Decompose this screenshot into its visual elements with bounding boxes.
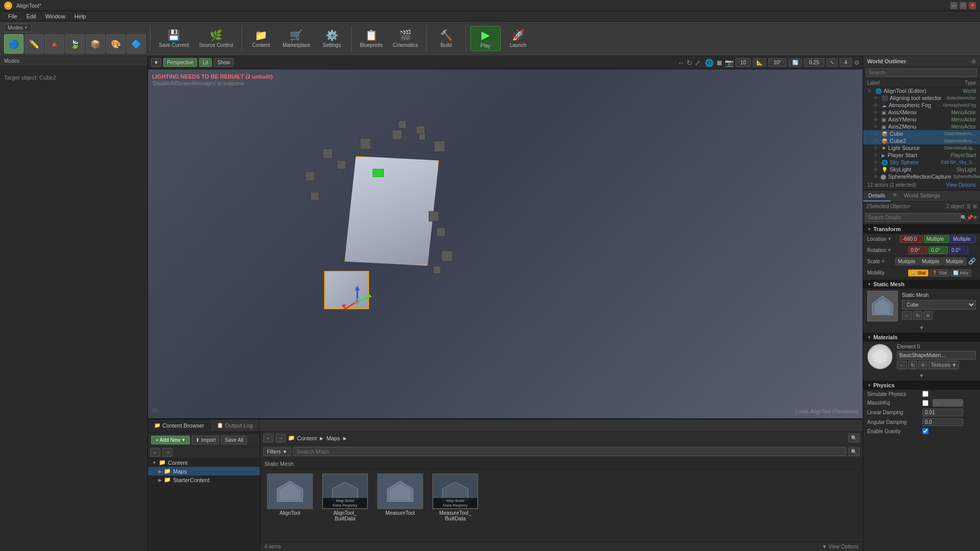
scale-lock-icon[interactable]: 🔗: [968, 258, 976, 265]
mode-paint-button[interactable]: ✏️: [24, 34, 44, 54]
perspective-button[interactable]: Perspective: [163, 58, 197, 67]
content-button[interactable]: 📁 Content: [246, 27, 277, 50]
mode-extra-button[interactable]: 🔷: [127, 34, 146, 54]
location-x-input[interactable]: [900, 235, 923, 243]
scale-snap-button[interactable]: ⤡: [826, 58, 838, 67]
blueprints-button[interactable]: 📋 Blueprints: [356, 27, 386, 50]
mob-static-button[interactable]: 🔒 Stat: [908, 269, 928, 277]
marketplace-button[interactable]: 🛒 Marketplace: [279, 27, 314, 50]
cinematics-button[interactable]: 🎬 Cinematics: [389, 27, 422, 50]
angle-snap-button[interactable]: 🔄: [789, 58, 802, 67]
outliner-cube2[interactable]: 👁 📦 Cube2 StaticMeshAc...: [863, 137, 980, 144]
breadcrumb-maps[interactable]: Maps: [326, 435, 340, 441]
static-mesh-header[interactable]: Static Mesh: [863, 280, 980, 289]
location-z-input[interactable]: [950, 235, 976, 243]
cb-forward-button[interactable]: →: [276, 434, 286, 442]
asset-measuretool-builtdata[interactable]: Map BuildData Registry MeasureTool_Built…: [430, 473, 481, 538]
details-pin-icon[interactable]: 📌: [967, 215, 973, 220]
mesh-clear-button[interactable]: ✕: [923, 311, 933, 320]
vp-settings-icon[interactable]: ⚙: [854, 59, 860, 66]
scale-icon[interactable]: ⤢: [695, 59, 701, 67]
mob-stationary-button[interactable]: 📍 Stat: [929, 269, 950, 277]
mode-geometry-button[interactable]: 📦: [86, 34, 105, 54]
mass-override-checkbox[interactable]: [922, 400, 928, 406]
save-current-button[interactable]: 💾 Save Current: [155, 27, 193, 50]
search-maps-input[interactable]: [293, 447, 846, 456]
source-control-button[interactable]: 🌿 Source Control: [195, 27, 237, 50]
nav-back-button[interactable]: ←: [150, 448, 160, 457]
cb-save-search-button[interactable]: 🔍: [848, 434, 860, 442]
mob-movable-button[interactable]: 🔄 Mov: [950, 269, 971, 277]
outliner-cube[interactable]: 👁 📦 Cube StaticMeshAc...: [863, 130, 980, 137]
import-button[interactable]: ⬆ Import: [192, 436, 219, 444]
grid-snap-button[interactable]: 📐: [753, 58, 766, 67]
layers-input[interactable]: [840, 58, 852, 67]
outliner-aligning-selector[interactable]: 👁 ⬛ Aligning tool selector SelectionActo…: [863, 94, 980, 102]
physics-header[interactable]: Physics: [863, 381, 980, 390]
location-y-input[interactable]: [924, 235, 949, 243]
tab-output-log[interactable]: 📋 Output Log: [211, 419, 259, 432]
menu-window[interactable]: Window: [41, 12, 69, 20]
details-list-icon[interactable]: ☰: [966, 204, 971, 209]
scale-z-input[interactable]: [943, 258, 966, 265]
details-grid-icon[interactable]: ⊞: [973, 204, 977, 209]
camera-icon[interactable]: 📷: [725, 59, 733, 67]
launch-button[interactable]: 🚀 Launch: [503, 27, 533, 50]
material-clear-button[interactable]: ✕: [918, 361, 927, 369]
angular-input[interactable]: [922, 418, 963, 426]
folder-content[interactable]: ▼ 📁 Content: [148, 458, 260, 467]
add-new-button[interactable]: + Add New ▼: [151, 436, 190, 444]
view-options[interactable]: ▼ View Options: [822, 544, 859, 549]
textures-button[interactable]: Textures ▼: [928, 361, 959, 369]
outliner-editor[interactable]: 👁 🌐 AlignTool (Editor) World: [863, 87, 980, 94]
search-button[interactable]: 🔍: [848, 447, 860, 456]
tab-world-settings[interactable]: World Settings: [899, 190, 945, 202]
outliner-search-input[interactable]: [866, 68, 977, 77]
folder-starter-content[interactable]: ▶ 📁 StarterContent: [148, 475, 260, 484]
save-all-button[interactable]: Save All: [221, 436, 247, 444]
rotation-x-input[interactable]: [908, 246, 927, 254]
outliner-axis-y[interactable]: 👁 ▣ AxisYMenu MenuActor: [863, 116, 980, 123]
outliner-sphere-reflection[interactable]: 👁 ⬤ SphereReflectionCapture SphereReflec…: [863, 173, 980, 180]
mode-select-button[interactable]: 🔵: [4, 34, 23, 54]
breadcrumb-content[interactable]: Content: [297, 435, 317, 441]
transform-header[interactable]: Transform: [863, 224, 980, 234]
mass-input[interactable]: [933, 399, 963, 407]
folder-maps[interactable]: ▶ 📁 Maps: [148, 467, 260, 475]
surface-icon[interactable]: ⏹: [716, 59, 723, 67]
filters-button[interactable]: Filters ▼: [263, 447, 291, 456]
mode-foliage-button[interactable]: 🍃: [65, 34, 85, 54]
settings-button[interactable]: ⚙️ Settings: [316, 27, 347, 50]
cb-back-button[interactable]: ←: [263, 434, 274, 442]
menu-file[interactable]: File: [4, 12, 21, 20]
outliner-settings-icon[interactable]: ⚙: [971, 59, 976, 64]
grid-size-input[interactable]: [736, 58, 751, 67]
linear-input[interactable]: [922, 409, 963, 416]
tab-details[interactable]: Details: [863, 190, 891, 202]
win-maximize-button[interactable]: □: [960, 2, 967, 9]
menu-help[interactable]: Help: [70, 12, 90, 20]
world-local-icon[interactable]: 🌐: [705, 59, 714, 67]
scale-input[interactable]: [804, 58, 824, 67]
details-search-input[interactable]: [865, 213, 961, 222]
simulate-checkbox[interactable]: [922, 391, 928, 397]
details-search-icon[interactable]: 🔍: [961, 215, 967, 220]
mode-paint2-button[interactable]: 🎨: [106, 34, 126, 54]
show-button[interactable]: Show: [214, 58, 234, 67]
asset-measuretool[interactable]: MeasureTool: [375, 473, 426, 538]
viewport-canvas[interactable]: LIGHTING NEEDS TO BE REBUILT (2 unbuilt)…: [148, 69, 863, 418]
build-button[interactable]: 🔨 Build: [431, 27, 461, 50]
rotate-icon[interactable]: ↻: [687, 59, 693, 67]
play-button[interactable]: ▶ Play: [470, 26, 501, 51]
mesh-select[interactable]: Cube: [902, 300, 976, 310]
menu-edit[interactable]: Edit: [22, 12, 40, 20]
asset-aligntool[interactable]: AlignTool: [264, 473, 315, 538]
details-eye-icon[interactable]: 👁: [973, 215, 978, 220]
translate-icon[interactable]: ↔: [677, 59, 684, 67]
outliner-sky-sphere[interactable]: 👁 🌐 Sky Sphere Edit BP_Sky_S...: [863, 159, 980, 166]
outliner-light-source[interactable]: 👁 ☀ Light Source DirectionalLig...: [863, 144, 980, 152]
outliner-atmo-fog[interactable]: 👁 ☁ Atmospheric Fog AtmosphericFog: [863, 102, 980, 109]
asset-aligntool-builtdata[interactable]: Map BuildData Registry AlignTool_BuiltDa…: [320, 473, 371, 538]
gravity-checkbox[interactable]: [922, 428, 928, 434]
nav-forward-button[interactable]: →: [162, 448, 173, 457]
